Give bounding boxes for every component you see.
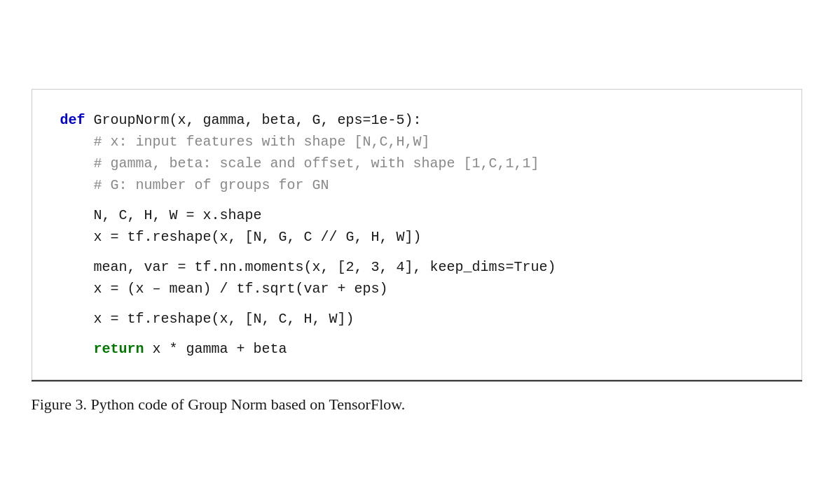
return-line: return x * gamma + beta (60, 338, 773, 360)
figure-caption: Figure 3. Python code of Group Norm base… (32, 394, 802, 416)
code-line-5: x = tf.reshape(x, [N, C, H, W]) (60, 308, 773, 330)
blank-4 (60, 330, 773, 338)
comment-line-2: # gamma, beta: scale and offset, with sh… (60, 153, 773, 174)
def-keyword: def (60, 112, 85, 128)
comment-line-3: # G: number of groups for GN (60, 174, 773, 196)
code-block: def GroupNorm(x, gamma, beta, G, eps=1e-… (32, 89, 802, 380)
caption-area: Figure 3. Python code of Group Norm base… (32, 380, 802, 416)
code-line-4: x = (x – mean) / tf.sqrt(var + eps) (60, 278, 773, 300)
return-rest: x * gamma + beta (144, 341, 287, 357)
blank-1 (60, 196, 773, 204)
code-line-3: mean, var = tf.nn.moments(x, [2, 3, 4], … (60, 256, 773, 278)
main-container: def GroupNorm(x, gamma, beta, G, eps=1e-… (32, 89, 802, 416)
function-signature: GroupNorm(x, gamma, beta, G, eps=1e-5): (85, 112, 422, 128)
blank-3 (60, 300, 773, 308)
return-keyword: return (60, 341, 144, 357)
code-content: def GroupNorm(x, gamma, beta, G, eps=1e-… (60, 109, 773, 360)
code-line-2: x = tf.reshape(x, [N, G, C // G, H, W]) (60, 226, 773, 248)
def-line: def GroupNorm(x, gamma, beta, G, eps=1e-… (60, 109, 773, 131)
comment-line-1: # x: input features with shape [N,C,H,W] (60, 131, 773, 153)
blank-2 (60, 248, 773, 256)
code-line-1: N, C, H, W = x.shape (60, 204, 773, 226)
